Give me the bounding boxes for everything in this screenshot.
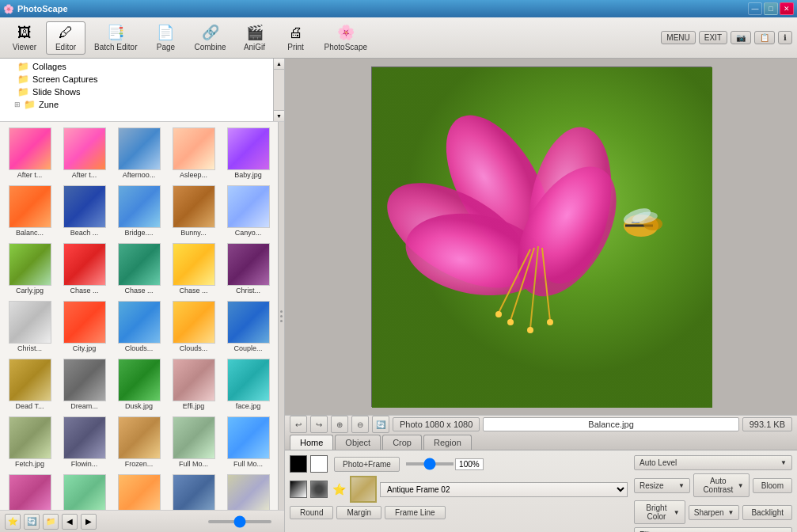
list-item[interactable]: Frozen...: [112, 414, 165, 470]
exit-button[interactable]: EXIT: [699, 31, 727, 44]
bloom-button[interactable]: Bloom: [753, 478, 792, 493]
list-item[interactable]: Flowin...: [58, 414, 111, 470]
undo-button[interactable]: ↩: [290, 416, 307, 433]
thumb-scroll[interactable]: After t... After t... Afternoo... Asleep…: [0, 122, 278, 510]
forward-button[interactable]: ▶: [81, 514, 97, 530]
thumb-image: [173, 243, 215, 286]
panel-resize-handle[interactable]: [278, 122, 284, 510]
tab-home[interactable]: Home: [290, 435, 333, 450]
tree-item-zune[interactable]: ⊞ 📁 Zune: [2, 98, 283, 111]
info-button[interactable]: ℹ: [778, 31, 792, 44]
thumb-image: [9, 127, 51, 170]
scroll-up[interactable]: ▲: [274, 59, 284, 70]
margin-button[interactable]: Margin: [336, 506, 381, 519]
tree-scrollbar[interactable]: ▲ ▼: [273, 59, 284, 121]
tab-combine[interactable]: 🔗 Combine: [187, 21, 233, 55]
scroll-down[interactable]: ▼: [274, 110, 284, 121]
tab-page[interactable]: 📄 Page: [146, 21, 185, 55]
tab-batch-editor[interactable]: 📑 Batch Editor: [87, 21, 144, 55]
list-item[interactable]: Happy ...: [58, 472, 111, 510]
menu-button[interactable]: MENU: [661, 31, 695, 44]
list-item[interactable]: Full Mo...: [222, 414, 275, 470]
tree-item-screen-captures[interactable]: 📁 Screen Captures: [2, 73, 283, 86]
camera-button[interactable]: 📷: [731, 31, 751, 44]
tab-object[interactable]: Object: [335, 435, 381, 450]
tree-item-collages[interactable]: 📁 Collages: [2, 60, 283, 73]
eraser-swatch[interactable]: [310, 481, 328, 498]
zoom-slider[interactable]: [208, 520, 271, 523]
list-item[interactable]: After t...: [3, 125, 56, 181]
list-item[interactable]: Harves...: [222, 472, 275, 510]
tab-region[interactable]: Region: [423, 435, 472, 450]
list-item[interactable]: City.jpg: [58, 298, 111, 355]
minimize-button[interactable]: —: [748, 2, 762, 15]
list-item[interactable]: Chase ...: [58, 241, 111, 297]
photo-frame-button[interactable]: Photo+Frame: [334, 457, 400, 472]
list-item[interactable]: Happy ...: [112, 472, 165, 510]
thumb-label: Bridge....: [116, 229, 163, 237]
maximize-button[interactable]: □: [764, 2, 778, 15]
list-item[interactable]: Effi.jpg: [167, 356, 220, 412]
list-item[interactable]: Happy...: [167, 472, 220, 510]
list-item[interactable]: After t...: [58, 125, 111, 181]
photo-size-slider[interactable]: [406, 462, 454, 466]
list-item[interactable]: Canyo...: [222, 183, 275, 239]
list-item[interactable]: Christ...: [222, 241, 275, 297]
zoom-in-button[interactable]: ⊕: [331, 416, 348, 433]
backlight-button[interactable]: Backlight: [742, 505, 792, 520]
list-item[interactable]: Dusk.jpg: [112, 356, 165, 412]
tab-viewer[interactable]: 🖼 Viewer: [5, 21, 44, 55]
zoom-out-button[interactable]: ⊖: [351, 416, 369, 433]
gradient-swatch[interactable]: [290, 481, 307, 498]
main-image: [371, 66, 712, 407]
favorite-button[interactable]: ⭐: [331, 481, 347, 497]
list-item[interactable]: Chase ...: [167, 241, 220, 297]
list-item[interactable]: Asleep...: [167, 125, 220, 181]
tab-print[interactable]: 🖨 Print: [276, 21, 316, 55]
star-button[interactable]: ⭐: [5, 514, 21, 530]
resize-button[interactable]: Resize ▼: [634, 478, 690, 493]
image-area[interactable]: [285, 59, 797, 415]
list-item[interactable]: Full Mo...: [167, 414, 220, 470]
bright-color-button[interactable]: Bright Color ▼: [634, 500, 685, 524]
tab-editor[interactable]: 🖊 Editor: [46, 21, 85, 55]
round-button[interactable]: Round: [290, 506, 333, 519]
list-item[interactable]: Bridge....: [112, 183, 165, 239]
list-item[interactable]: Baby.jpg: [222, 125, 275, 181]
list-item[interactable]: Gizmo...: [3, 472, 56, 510]
redo-button[interactable]: ↪: [310, 416, 328, 433]
list-item[interactable]: Dead T...: [3, 356, 56, 412]
sharpen-button[interactable]: Sharpen ▼: [689, 505, 740, 520]
list-item[interactable]: Carly.jpg: [3, 241, 56, 297]
filter-button[interactable]: Filter ▼: [634, 527, 792, 532]
list-item[interactable]: Clouds...: [167, 298, 220, 355]
tab-anigif[interactable]: 🎬 AniGif: [235, 21, 275, 55]
clipboard-button[interactable]: 📋: [754, 31, 775, 44]
list-item[interactable]: Beach ...: [58, 183, 111, 239]
back-button[interactable]: ◀: [62, 514, 78, 530]
list-item[interactable]: Dream...: [58, 356, 111, 412]
list-item[interactable]: Clouds...: [112, 298, 165, 355]
list-item[interactable]: Chase ...: [112, 241, 165, 297]
refresh-button[interactable]: 🔄: [24, 514, 40, 530]
frame-select[interactable]: Antique Frame 02: [380, 482, 628, 497]
foreground-color-swatch[interactable]: [290, 455, 307, 473]
list-item[interactable]: Bunny...: [167, 183, 220, 239]
list-item[interactable]: Afternoo...: [112, 125, 165, 181]
list-item[interactable]: Fetch.jpg: [3, 414, 56, 470]
list-item[interactable]: face.jpg: [222, 356, 275, 412]
frame-line-button[interactable]: Frame Line: [385, 506, 446, 519]
auto-contrast-button[interactable]: Auto Contrast ▼: [693, 473, 750, 497]
thumb-image: [173, 301, 215, 344]
tab-crop[interactable]: Crop: [382, 435, 422, 450]
fit-button[interactable]: 🔄: [372, 416, 389, 433]
folder-button[interactable]: 📁: [43, 514, 59, 530]
list-item[interactable]: Christ...: [3, 298, 56, 355]
close-button[interactable]: ✕: [780, 2, 794, 15]
list-item[interactable]: Couple...: [222, 298, 275, 355]
tab-photoscape[interactable]: 🌸 PhotoScape: [317, 21, 375, 55]
tree-item-slide-shows[interactable]: 📁 Slide Shows: [2, 86, 283, 98]
list-item[interactable]: Balanc...: [3, 183, 56, 239]
auto-level-button[interactable]: Auto Level ▼: [634, 455, 792, 470]
background-color-swatch[interactable]: [310, 455, 328, 473]
